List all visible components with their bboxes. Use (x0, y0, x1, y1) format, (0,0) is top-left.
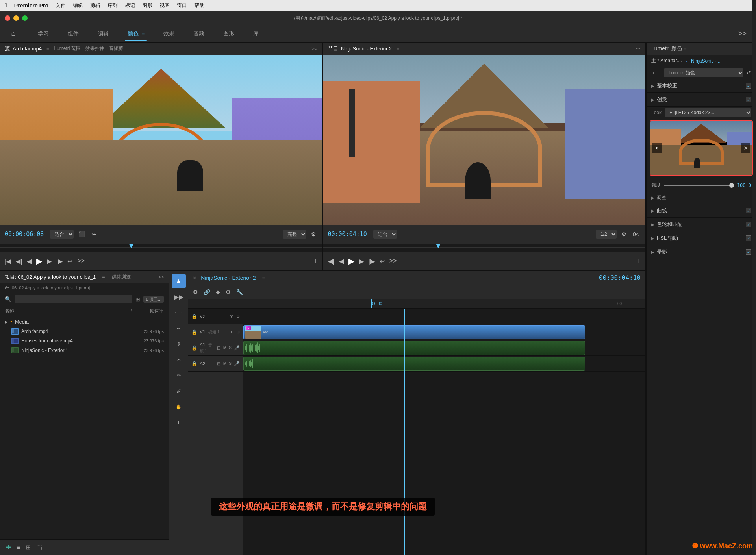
icon-view-btn[interactable]: ⊞ (24, 542, 32, 552)
minimize-button[interactable] (13, 15, 19, 21)
fullscreen-button[interactable] (22, 15, 28, 21)
track-v1-eye[interactable]: 👁 (230, 330, 234, 335)
program-next-frame-btn[interactable]: ▶ (359, 257, 364, 265)
source-more-btn[interactable]: >> (77, 257, 85, 265)
vignette-checkbox[interactable]: ✓ (746, 249, 751, 255)
track-a2-solo[interactable]: S (229, 361, 232, 366)
source-step-back-btn[interactable]: ◀| (16, 257, 22, 265)
menu-graphics[interactable]: 图形 (142, 2, 152, 9)
program-panel-title[interactable]: 节目: NinjaSonic - Exterior 2 (328, 45, 392, 52)
track-a2-lock[interactable]: 🔒 (191, 361, 197, 366)
lumetri-reset-btn[interactable]: ↺ (747, 70, 751, 76)
strength-slider[interactable] (664, 185, 734, 186)
track-a2-mute[interactable]: M (223, 361, 226, 366)
program-step-forward-btn[interactable]: |▶ (369, 257, 375, 265)
rolling-edit-tool[interactable]: ↔ (172, 321, 186, 335)
close-button[interactable] (5, 15, 10, 21)
program-more-btn[interactable]: >> (389, 257, 397, 265)
menu-edit[interactable]: 编辑 (73, 2, 83, 9)
track-a1-lock[interactable]: 🔒 (191, 345, 197, 351)
source-panel-title[interactable]: 源: Arch far.mp4 (5, 45, 42, 52)
effect-controls-tab[interactable]: 效果控件 (85, 45, 104, 52)
creative-section-arrow[interactable]: ▶ (651, 98, 654, 102)
tab-audio[interactable]: 音频 (184, 27, 214, 41)
menu-sequence[interactable]: 序列 (107, 2, 118, 9)
program-settings-icon[interactable]: ⚙ (620, 230, 628, 238)
lumetri-scope-tab[interactable]: Lumetri 范围 (54, 45, 81, 52)
tab-learn[interactable]: 学习 (28, 27, 58, 41)
program-extra[interactable]: 0< (631, 230, 641, 238)
program-step-back-btn[interactable]: ◀| (328, 257, 334, 265)
tab-library[interactable]: 库 (244, 27, 268, 41)
source-quality-selector[interactable]: 完整 (283, 230, 306, 239)
list-item[interactable]: NinjaSonic - Exterior 1 23.976 fps (0, 346, 169, 355)
program-add-btn[interactable]: + (637, 257, 641, 265)
menu-file[interactable]: 文件 (56, 2, 66, 9)
apple-menu[interactable]:  (5, 2, 7, 9)
look-next-btn[interactable]: > (741, 143, 750, 153)
type-tool[interactable]: T (172, 416, 186, 430)
source-step-forward-btn[interactable]: |▶ (56, 257, 63, 265)
source-loop-btn[interactable]: ↩ (67, 257, 72, 265)
timeline-close-btn[interactable]: × (193, 275, 196, 281)
hand-tool[interactable]: ✋ (172, 400, 186, 414)
razor-tool[interactable]: ✂ (172, 353, 186, 367)
track-v1-sync[interactable]: ⊕ (236, 329, 240, 335)
project-panel-more[interactable]: >> (158, 274, 164, 280)
source-fit-selector[interactable]: 适合 (50, 230, 74, 239)
media-browser-btn[interactable]: 媒体浏览 (112, 274, 131, 280)
tab-effects[interactable]: 效果 (154, 27, 184, 41)
menu-marker[interactable]: 标记 (125, 2, 135, 9)
basic-section-checkbox[interactable]: ✓ (746, 83, 751, 89)
lumetri-effect-selector[interactable]: Lumetri 颜色 (664, 68, 743, 77)
lumetri-look-selector[interactable]: Fuji F125 Kodak 23... (665, 108, 751, 117)
select-tool[interactable]: ▲ (172, 274, 186, 288)
list-view-btn[interactable]: ≡ (15, 543, 21, 552)
source-next-frame-btn[interactable]: ▶ (47, 257, 52, 265)
track-select-tool[interactable]: ▶▶ (172, 290, 186, 304)
creative-section-label[interactable]: 创意 (657, 96, 746, 103)
colorwheels-checkbox[interactable]: ✓ (746, 222, 751, 227)
program-panel-more[interactable]: ⋯ (636, 46, 641, 52)
program-resolution-selector[interactable]: 1/2 (596, 230, 617, 239)
track-a1-mute[interactable]: M (223, 346, 226, 350)
menu-window[interactable]: 窗口 (177, 2, 187, 9)
source-panel-more[interactable]: >> (311, 46, 317, 52)
source-add-btn[interactable]: + (314, 257, 317, 265)
program-timecode[interactable]: 00:00:04:10 (328, 231, 367, 238)
creative-section-checkbox[interactable]: ✓ (746, 97, 751, 102)
track-a1-solo[interactable]: S (229, 346, 232, 350)
project-search-input[interactable] (15, 295, 132, 303)
slip-tool[interactable]: ✏ (172, 368, 186, 383)
tab-components[interactable]: 组件 (58, 27, 88, 41)
hsl-checkbox[interactable]: ✓ (746, 235, 751, 241)
project-panel-title[interactable]: 项目: 06_02 Apply a look to your clips_1 (5, 274, 96, 281)
program-play-btn[interactable]: ▶ (348, 256, 354, 266)
track-v1-lock[interactable]: 🔒 (191, 329, 197, 335)
adjust-arrow[interactable]: ▶ (651, 196, 654, 200)
track-v2-eye[interactable]: 👁 (230, 314, 234, 319)
source-go-in-btn[interactable]: |◀ (5, 257, 11, 265)
source-insert-icon[interactable]: ↣ (90, 230, 98, 238)
tl-add-marker-btn[interactable]: ◆ (214, 288, 222, 296)
home-button[interactable]: ⌂ (6, 27, 20, 41)
audio-clip-a1[interactable] (243, 341, 585, 355)
nav-more-button[interactable]: >> (735, 30, 750, 38)
program-prev-frame-btn[interactable]: ◀ (339, 257, 344, 265)
track-v2-lock[interactable]: 🔒 (191, 314, 197, 319)
filter-icon[interactable]: ⊞ (135, 296, 140, 302)
tab-edit[interactable]: 编辑 (88, 27, 118, 41)
source-marker-in[interactable]: ⬛ (77, 230, 87, 238)
program-timeline-strip[interactable] (323, 244, 646, 252)
video-clip-v1[interactable]: fx Arc (243, 325, 585, 339)
tab-color[interactable]: 颜色 ≡ (118, 27, 154, 41)
audio-clip-tab[interactable]: 音频剪 (109, 45, 123, 52)
timeline-timecode[interactable]: 00:00:04:10 (599, 274, 641, 281)
source-prev-frame-btn[interactable]: ◀ (27, 257, 32, 265)
menu-clip[interactable]: 剪辑 (90, 2, 100, 9)
menu-view[interactable]: 视图 (159, 2, 170, 9)
source-play-btn[interactable]: ▶ (36, 256, 42, 266)
menu-help[interactable]: 帮助 (194, 2, 204, 9)
list-item[interactable]: Houses from above.mp4 23.976 fps (0, 336, 169, 346)
basic-section-label[interactable]: 基本校正 (657, 82, 746, 89)
